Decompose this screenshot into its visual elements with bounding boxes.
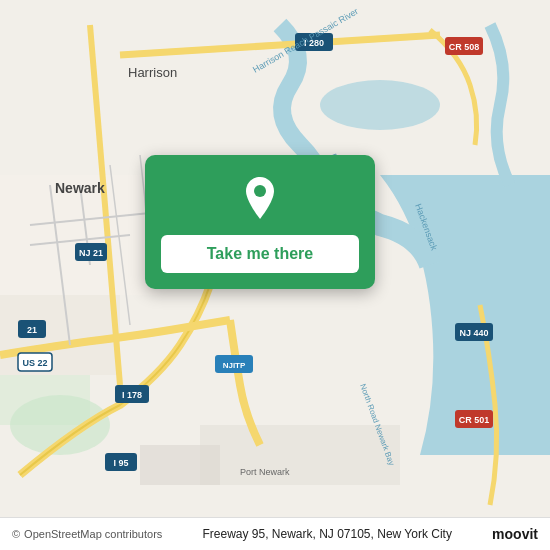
moovit-text: moovit xyxy=(492,526,538,542)
svg-text:I 95: I 95 xyxy=(113,458,128,468)
svg-text:CR 508: CR 508 xyxy=(449,42,480,52)
svg-rect-3 xyxy=(140,445,220,485)
svg-text:CR 501: CR 501 xyxy=(459,415,490,425)
copyright-section: © OpenStreetMap contributors xyxy=(12,528,162,540)
copyright-text: OpenStreetMap contributors xyxy=(24,528,162,540)
moovit-logo: moovit xyxy=(492,526,538,542)
svg-rect-5 xyxy=(0,375,90,425)
map-container: I 280 CR 508 NJ 21 21 US 22 I 178 I 95 N… xyxy=(0,0,550,550)
svg-point-35 xyxy=(254,185,266,197)
svg-text:NJITP: NJITP xyxy=(223,361,246,370)
svg-text:Port Newark: Port Newark xyxy=(240,467,290,477)
take-me-there-button[interactable]: Take me there xyxy=(161,235,359,273)
pin-icon xyxy=(234,173,286,225)
svg-text:NJ 21: NJ 21 xyxy=(79,248,103,258)
address-text: Freeway 95, Newark, NJ 07105, New York C… xyxy=(162,527,492,541)
svg-rect-2 xyxy=(200,425,400,485)
svg-text:NJ 440: NJ 440 xyxy=(459,328,488,338)
bottom-bar: © OpenStreetMap contributors Freeway 95,… xyxy=(0,517,550,550)
svg-point-1 xyxy=(320,80,440,130)
svg-text:21: 21 xyxy=(27,325,37,335)
svg-text:US 22: US 22 xyxy=(22,358,47,368)
svg-text:Harrison: Harrison xyxy=(128,65,177,80)
svg-text:I 178: I 178 xyxy=(122,390,142,400)
svg-text:Newark: Newark xyxy=(55,180,105,196)
copyright-icon: © xyxy=(12,528,20,540)
location-card: Take me there xyxy=(145,155,375,289)
